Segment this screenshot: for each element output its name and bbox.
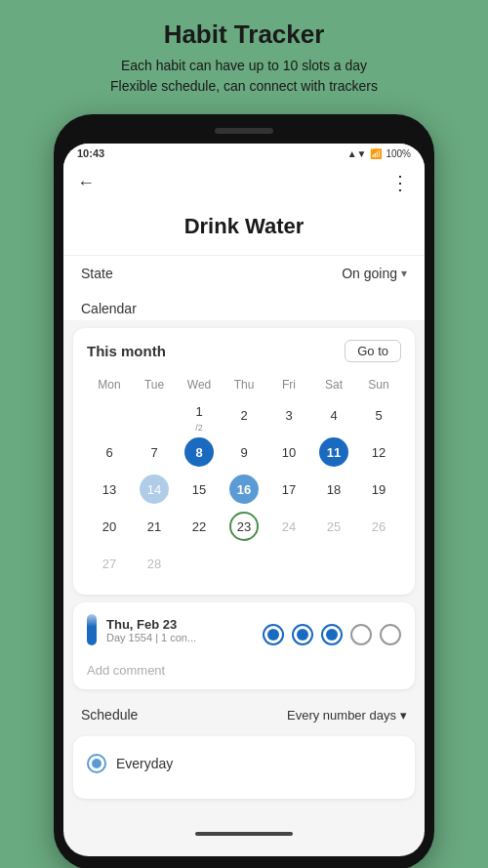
goto-button[interactable]: Go to bbox=[345, 340, 401, 362]
calendar-month: This month bbox=[87, 343, 166, 359]
add-comment[interactable]: Add comment bbox=[87, 663, 401, 678]
cal-day-20[interactable]: 20 bbox=[87, 509, 132, 544]
cal-day-9[interactable]: 9 bbox=[222, 434, 266, 470]
day-detail-info: Thu, Feb 23 Day 1554 | 1 con... bbox=[106, 617, 196, 643]
everyday-label: Everyday bbox=[116, 756, 173, 771]
circle-2[interactable] bbox=[292, 624, 313, 645]
circle-5[interactable] bbox=[380, 624, 401, 645]
schedule-label: Schedule bbox=[81, 707, 138, 723]
state-arrow: ▾ bbox=[401, 267, 407, 280]
day-detail-header: Thu, Feb 23 Day 1554 | 1 con... bbox=[87, 614, 196, 645]
day-header-sun: Sun bbox=[356, 374, 401, 395]
day-detail-date: Thu, Feb 23 bbox=[106, 617, 196, 632]
day-header-tue: Tue bbox=[132, 374, 177, 395]
calendar-week-4: 20 21 22 23 24 25 26 bbox=[87, 509, 401, 544]
calendar-grid: Mon Tue Wed Thu Fri Sat Sun 1 bbox=[87, 374, 401, 581]
back-button[interactable]: ← bbox=[77, 173, 95, 193]
day-circles bbox=[263, 624, 401, 645]
cal-day-26[interactable]: 26 bbox=[356, 509, 401, 544]
schedule-row: Schedule Every number days ▾ bbox=[63, 697, 425, 732]
schedule-card: Everyday bbox=[73, 736, 415, 799]
circle-3[interactable] bbox=[321, 624, 343, 645]
cal-day-2[interactable]: 2 bbox=[222, 397, 266, 433]
home-bar[interactable] bbox=[195, 832, 293, 836]
cal-day-15[interactable]: 15 bbox=[177, 472, 222, 507]
cal-day-8[interactable]: 8 bbox=[177, 434, 222, 470]
cal-day-24[interactable]: 24 bbox=[266, 509, 311, 544]
cal-day-13[interactable]: 13 bbox=[87, 472, 132, 507]
cal-day-6[interactable]: 6 bbox=[87, 434, 132, 470]
calendar-header-row: Mon Tue Wed Thu Fri Sat Sun bbox=[87, 374, 401, 395]
day-header-mon: Mon bbox=[87, 374, 132, 395]
phone-speaker bbox=[215, 128, 273, 134]
day-detail-row: Thu, Feb 23 Day 1554 | 1 con... bbox=[87, 614, 401, 655]
day-header-wed: Wed bbox=[177, 374, 222, 395]
menu-button[interactable]: ⋮ bbox=[390, 171, 411, 194]
habit-title: Drink Water bbox=[63, 204, 425, 255]
cal-day-17[interactable]: 17 bbox=[266, 472, 311, 507]
day-detail-sub: Day 1554 | 1 con... bbox=[106, 632, 196, 643]
calendar-section-label: Calendar bbox=[63, 291, 425, 320]
circle-4[interactable] bbox=[350, 624, 372, 645]
cal-day-21[interactable]: 21 bbox=[132, 509, 177, 544]
cal-day-22[interactable]: 22 bbox=[177, 509, 222, 544]
state-value[interactable]: On going ▾ bbox=[342, 266, 407, 281]
cal-day-empty3 bbox=[222, 546, 266, 581]
app-title: Habit Tracker bbox=[164, 20, 325, 50]
top-bar: ← ⋮ bbox=[63, 163, 425, 204]
cal-day-empty[interactable] bbox=[132, 397, 177, 433]
screen-content: Drink Water State On going ▾ Calendar Th… bbox=[63, 204, 425, 822]
status-bar: 10:43 ▲▼ 📶 100% bbox=[63, 144, 425, 163]
cal-day-empty2 bbox=[177, 546, 222, 581]
cal-day-23[interactable]: 23 bbox=[222, 509, 266, 544]
subtitle-line1: Each habit can have up to 10 slots a day bbox=[121, 58, 367, 73]
cal-day-18[interactable]: 18 bbox=[311, 472, 356, 507]
state-label: State bbox=[81, 266, 113, 281]
cal-day-27[interactable]: 27 bbox=[87, 546, 132, 581]
day-header-sat: Sat bbox=[311, 374, 356, 395]
cal-day-12[interactable]: 12 bbox=[356, 434, 401, 470]
cal-day-7[interactable]: 7 bbox=[132, 434, 177, 470]
day-detail-card: Thu, Feb 23 Day 1554 | 1 con... Add comm… bbox=[73, 602, 415, 689]
calendar-week-5: 27 28 bbox=[87, 546, 401, 581]
cal-day-14[interactable]: 14 bbox=[132, 472, 177, 507]
cal-day-empty5 bbox=[311, 546, 356, 581]
cal-day-empty[interactable] bbox=[87, 397, 132, 433]
app-subtitle: Each habit can have up to 10 slots a day… bbox=[110, 56, 378, 97]
calendar-week-3: 13 14 15 16 17 18 19 bbox=[87, 472, 401, 507]
everyday-option[interactable]: Everyday bbox=[87, 748, 401, 779]
calendar-week-2: 6 7 8 9 10 11 12 bbox=[87, 434, 401, 470]
cal-day-4[interactable]: 4 bbox=[311, 397, 356, 433]
schedule-text: Every number days bbox=[287, 708, 396, 723]
cal-day-11[interactable]: 11 bbox=[311, 434, 356, 470]
cal-day-empty6 bbox=[356, 546, 401, 581]
state-text: On going bbox=[342, 266, 397, 281]
schedule-value[interactable]: Every number days ▾ bbox=[287, 708, 407, 723]
circle-1[interactable] bbox=[263, 624, 284, 645]
status-time: 10:43 bbox=[77, 147, 104, 159]
schedule-arrow: ▾ bbox=[400, 708, 407, 723]
cal-day-19[interactable]: 19 bbox=[356, 472, 401, 507]
battery-icon: 100% bbox=[386, 148, 411, 159]
cal-day-1[interactable]: 1 /2 bbox=[177, 397, 222, 433]
status-right: ▲▼ 📶 100% bbox=[347, 148, 411, 159]
cal-day-25[interactable]: 25 bbox=[311, 509, 356, 544]
cal-day-10[interactable]: 10 bbox=[266, 434, 311, 470]
phone-frame: 10:43 ▲▼ 📶 100% ← ⋮ Drink Water State On… bbox=[54, 114, 434, 868]
day-header-thu: Thu bbox=[222, 374, 266, 395]
calendar-header: This month Go to bbox=[87, 340, 401, 362]
subtitle-line2: Flexible schedule, can connect with trac… bbox=[110, 78, 378, 94]
everyday-radio[interactable] bbox=[87, 754, 106, 773]
cal-day-16[interactable]: 16 bbox=[222, 472, 266, 507]
phone-screen: 10:43 ▲▼ 📶 100% ← ⋮ Drink Water State On… bbox=[63, 144, 425, 856]
thermometer-icon bbox=[87, 614, 97, 645]
calendar-week-1: 1 /2 2 3 4 5 bbox=[87, 397, 401, 433]
cal-day-empty4 bbox=[266, 546, 311, 581]
cal-day-3[interactable]: 3 bbox=[266, 397, 311, 433]
cal-day-28[interactable]: 28 bbox=[132, 546, 177, 581]
signal-icon: ▲▼ bbox=[347, 148, 367, 159]
state-row: State On going ▾ bbox=[63, 255, 425, 291]
cal-day-5[interactable]: 5 bbox=[356, 397, 401, 433]
day-header-fri: Fri bbox=[266, 374, 311, 395]
wifi-icon: 📶 bbox=[370, 148, 382, 159]
